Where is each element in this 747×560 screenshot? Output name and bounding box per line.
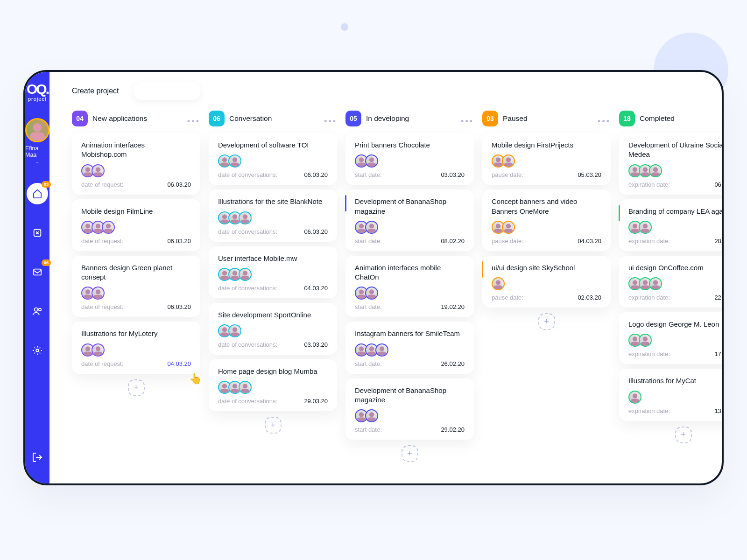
assignee-avatar [365,409,378,422]
project-card[interactable]: Development of BananaShop magazinestart … [345,378,474,440]
card-title: Mobile design FilmLine [81,207,191,216]
svg-point-103 [643,337,648,342]
svg-point-91 [633,224,637,228]
share-icon [32,228,42,238]
project-card[interactable]: Instagram banners for SmileTeamstart dat… [345,322,474,373]
assignee-avatar [239,268,252,281]
add-card-button[interactable]: + [675,427,692,443]
project-card[interactable]: ui/ui design site SkySchoolpause date:02… [482,256,611,308]
svg-point-85 [633,167,637,172]
svg-point-9 [85,167,90,172]
card-title: Development of software TOI [218,140,328,150]
nav-settings[interactable] [27,340,48,361]
column-menu-icon[interactable]: ••• [187,117,200,126]
column-title: Conversation [229,114,272,123]
date-label: date of conversations: [218,341,277,348]
date-label: start date: [355,303,382,310]
svg-rect-20 [84,295,92,299]
avatar[interactable] [25,118,49,142]
svg-point-97 [643,280,648,285]
project-card[interactable]: Mobile design FilmLinedate of request:06… [72,199,200,251]
date-value: 06.03.20 [304,228,328,235]
home-icon [32,189,42,199]
svg-rect-76 [494,163,503,167]
project-card[interactable]: Home page design blog Mumbadate of conve… [209,359,337,411]
svg-rect-56 [367,163,376,167]
nav: 0306 [27,183,48,361]
add-card-button[interactable]: + [265,417,282,434]
svg-rect-102 [631,342,640,346]
assignee-avatar [628,391,641,404]
search-input[interactable] [133,82,201,100]
svg-rect-34 [231,219,240,224]
svg-rect-40 [231,276,240,280]
date-label: date of conversations: [218,171,277,178]
svg-point-17 [106,224,111,228]
svg-rect-88 [641,172,650,176]
svg-rect-58 [357,229,366,233]
project-card[interactable]: Illustrations for the site BlankNotedate… [209,189,337,241]
add-card-button[interactable]: + [538,313,555,330]
project-card[interactable]: Animation interfaces mobile ChatOnstart … [345,256,474,317]
project-card[interactable]: Development of software TOIdate of conve… [209,133,337,185]
column-in-developing: 05In developing•••Print banners Chocolat… [345,110,474,469]
nav-users[interactable] [27,301,48,322]
project-card[interactable]: Illustrations for MyCatexpiration date:1… [619,369,724,420]
add-card-button[interactable]: + [128,379,145,396]
date-label: date of request: [81,303,123,310]
svg-rect-50 [231,389,240,393]
date-label: expiration date: [628,407,670,414]
project-card[interactable]: Illustrations for MyLoterydate of reques… [72,322,200,373]
project-card[interactable]: Development of Ukraine Social Medeaexpir… [619,133,724,195]
card-title: Print banners Chocolate [355,140,465,150]
create-project-link[interactable]: Create project [72,87,119,95]
nav-mail[interactable]: 06 [27,261,48,283]
chevron-down-icon[interactable]: ⌄ [35,159,39,164]
project-card[interactable]: Site development SportOnlinedate of conv… [209,303,337,355]
assignee-avatar [102,221,115,234]
svg-rect-86 [631,172,640,176]
date-value: 04.03.20 [578,238,601,245]
assignee-avatar [492,277,505,290]
add-card-button[interactable]: + [402,445,418,462]
project-card[interactable]: Print banners Chocolatestart date:03.03.… [345,133,474,185]
assignee-avatar [375,343,388,357]
svg-rect-16 [94,229,103,233]
svg-rect-64 [367,295,376,299]
svg-rect-60 [367,229,376,233]
project-card[interactable]: Concept banners and video Banners OneMor… [482,189,611,251]
logout-button[interactable] [32,452,43,465]
assignee-avatar [649,164,662,177]
column-paused: 03Paused•••Mobile design FirstPrijectspa… [482,110,611,469]
project-card[interactable]: Animation interfaces Mobishop.comdate of… [72,133,200,195]
date-value: 06.03.20 [167,181,191,188]
column-menu-icon[interactable]: ••• [324,117,337,126]
date-value: 02.03.20 [578,294,601,301]
svg-rect-38 [220,276,229,280]
search-field[interactable] [143,88,222,95]
project-card[interactable]: ui design OnCoffee.comexpiration date:22… [619,256,724,308]
card-title: Mobile design FirstPrijects [492,140,601,150]
project-card[interactable]: Banners design Green planet conseptdate … [72,256,200,317]
column-conversation: 06Conversation•••Development of software… [209,110,337,469]
nav-share[interactable] [27,222,48,244]
project-card[interactable]: Development of BananaShop magazinestart … [345,189,474,251]
nav-home[interactable]: 03 [27,183,48,204]
svg-rect-44 [220,332,229,336]
svg-rect-46 [231,332,240,336]
project-card[interactable]: Logo design George M. Leonexpiration dat… [619,312,724,364]
nav-badge: 03 [42,181,51,188]
svg-point-89 [653,167,658,172]
date-value: 29.02.20 [441,426,465,433]
column-menu-icon[interactable]: ••• [461,117,474,126]
project-card[interactable]: Branding of company LEA agancyexpiration… [619,199,724,251]
project-card[interactable]: Mobile design FirstPrijectspause date:05… [482,133,611,185]
svg-point-43 [222,327,227,332]
project-card[interactable]: User interface Mobile.mwdate of conversa… [209,246,337,298]
svg-rect-92 [631,229,640,233]
svg-rect-18 [104,229,113,233]
date-label: pause date: [492,238,523,245]
column-menu-icon[interactable]: ••• [598,117,611,126]
svg-point-47 [222,384,227,389]
svg-rect-36 [241,219,250,224]
